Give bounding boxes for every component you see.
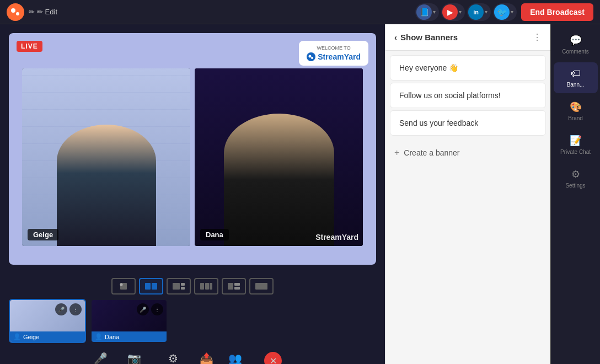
svg-rect-9 [152, 283, 157, 290]
share-icon: 📤 [200, 352, 213, 364]
layout-two-icon [144, 282, 158, 291]
svg-rect-14 [205, 283, 209, 290]
create-banner-label: Create a banner [404, 148, 459, 157]
svg-rect-16 [228, 283, 233, 290]
layout-split-left-icon [172, 282, 185, 291]
svg-rect-8 [145, 283, 151, 290]
layout-selector [0, 274, 385, 299]
more-thumbnail-dana[interactable]: ⋮ [151, 303, 163, 315]
avatar-circle: ▶ [442, 4, 458, 20]
banner-item-1[interactable]: Follow us on social platforms! [390, 83, 546, 108]
thumbnail-dana[interactable]: 🎤 ⋮ 👤 Dana [90, 299, 168, 343]
thumbnail-controls-dana: 🎤 ⋮ [137, 303, 163, 315]
welcome-text: WELCOME TO [317, 45, 350, 51]
brand-name: StreamYard [307, 52, 361, 61]
right-panel: 💬 Comments 🏷 Bann... 🎨 Brand 📝 Private C… [550, 24, 600, 364]
plus-icon: + [394, 148, 399, 158]
brand-label: Brand [568, 115, 583, 121]
chevron-down-icon: ▾ [485, 9, 488, 15]
cam-mic-button[interactable]: ⚙ Cam/Mic [161, 352, 185, 364]
panel-menu-icon[interactable]: ⋮ [533, 32, 542, 42]
mute-button[interactable]: 🎤 Mute [94, 352, 108, 364]
person-icon: 👤 [95, 333, 103, 340]
main-content: LIVE WELCOME TO StreamYard [0, 24, 600, 364]
end-broadcast-button[interactable]: End Broadcast [521, 3, 593, 21]
layout-three-icon [200, 282, 213, 291]
layout-two-person[interactable] [139, 278, 163, 295]
bottom-toolbar: 🎤 Mute 📷 Hide Cam ⚙ Cam/Mic 📤 Share 👥 In… [0, 347, 385, 364]
avatar-circle: 📘 [416, 4, 432, 20]
settings-cam-icon: ⚙ [168, 352, 178, 364]
banners-label: Bann... [567, 82, 585, 88]
chevron-down-icon: ▾ [459, 9, 462, 15]
avatar-group: 📘 ▾ ▶ ▾ in ▾ 🐦 ▾ [415, 3, 517, 21]
top-bar-left: ✏ ✏ Edit [7, 3, 57, 21]
svg-rect-18 [234, 287, 240, 290]
mute-thumbnail-dana[interactable]: 🎤 [137, 303, 149, 315]
hide-cam-button[interactable]: 📷 Hide Cam [121, 352, 148, 364]
chevron-down-icon: ▾ [433, 9, 436, 15]
person-icon: 👤 [13, 333, 21, 340]
side-panel-title: ‹ Show Banners [394, 33, 458, 42]
invite-button[interactable]: 👥 Invite [228, 352, 242, 364]
streamyard-logo-icon [307, 52, 315, 61]
video-feeds: Geige StreamYard Dana [20, 66, 365, 248]
svg-point-0 [7, 3, 24, 21]
canvas-wrapper: LIVE WELCOME TO StreamYard [0, 24, 385, 274]
invite-icon: 👥 [228, 352, 242, 364]
svg-rect-15 [210, 283, 212, 290]
private-chat-panel-button[interactable]: 📝 Private Chat [554, 129, 598, 160]
top-bar: ✏ ✏ Edit 📘 ▾ ▶ ▾ in ▾ [0, 0, 600, 24]
more-thumbnail-geige[interactable]: ⋮ [69, 303, 82, 315]
svg-point-4 [309, 55, 312, 58]
streamyard-watermark: StreamYard [315, 233, 358, 242]
live-badge: LIVE [17, 41, 42, 52]
edit-button[interactable]: ✏ ✏ Edit [29, 8, 57, 16]
person-silhouette-geige [57, 125, 156, 246]
thumbnail-geige[interactable]: 🎤 ⋮ 👤 Geige [9, 299, 86, 343]
create-banner-button[interactable]: + Create a banner [385, 140, 550, 165]
svg-rect-11 [181, 283, 185, 286]
brand-panel-button[interactable]: 🎨 Brand [554, 95, 598, 127]
svg-rect-17 [234, 283, 240, 286]
brand-icon: 🎨 [570, 101, 582, 113]
leave-icon: ✕ [264, 352, 282, 364]
person-silhouette-dana [224, 114, 334, 246]
layout-single[interactable] [111, 278, 136, 295]
avatar-facebook[interactable]: 📘 ▾ [415, 3, 439, 21]
private-chat-icon: 📝 [570, 135, 582, 147]
comments-panel-button[interactable]: 💬 Comments [554, 29, 598, 60]
pencil-icon: ✏ [29, 8, 35, 16]
avatar-youtube[interactable]: ▶ ▾ [441, 3, 465, 21]
banner-list: Hey everyone 👋 Follow us on social platf… [385, 51, 550, 140]
thumbnail-name-dana: 👤 Dana [92, 331, 167, 342]
person-name-dana: Dana [200, 229, 229, 240]
avatar-linkedin[interactable]: in ▾ [467, 3, 491, 21]
thumbnail-name-geige: 👤 Geige [10, 331, 85, 342]
video-person-geige [22, 68, 190, 246]
leave-studio-button[interactable]: ✕ Leave Studio [255, 352, 291, 364]
layout-fullscreen[interactable] [249, 278, 274, 295]
video-feed-dana: StreamYard Dana [195, 68, 363, 246]
banners-side-panel: ‹ Show Banners ⋮ Hey everyone 👋 Follow u… [385, 24, 550, 364]
share-button[interactable]: 📤 Share [199, 352, 215, 364]
layout-wide[interactable] [222, 278, 246, 295]
layout-split-left[interactable] [167, 278, 191, 295]
avatar-twitter[interactable]: 🐦 ▾ [493, 3, 517, 21]
comments-label: Comments [562, 49, 588, 55]
svg-rect-12 [181, 287, 185, 290]
layout-three[interactable] [194, 278, 218, 295]
banners-panel-button[interactable]: 🏷 Bann... [554, 62, 598, 93]
layout-single-icon [117, 282, 130, 291]
banner-item-0[interactable]: Hey everyone 👋 [390, 55, 546, 81]
settings-panel-button[interactable]: ⚙ Settings [554, 163, 598, 194]
banners-icon: 🏷 [571, 68, 581, 79]
avatar-circle: in [468, 4, 484, 20]
app-logo [7, 3, 24, 21]
mute-thumbnail-geige[interactable]: 🎤 [55, 303, 67, 315]
studio-area: LIVE WELCOME TO StreamYard [0, 24, 385, 364]
chevron-left-icon[interactable]: ‹ [394, 33, 397, 42]
top-bar-right: 📘 ▾ ▶ ▾ in ▾ 🐦 ▾ [415, 3, 593, 21]
streamyard-logo-badge: WELCOME TO StreamYard [299, 41, 368, 66]
banner-item-2[interactable]: Send us your feedback [390, 110, 546, 136]
